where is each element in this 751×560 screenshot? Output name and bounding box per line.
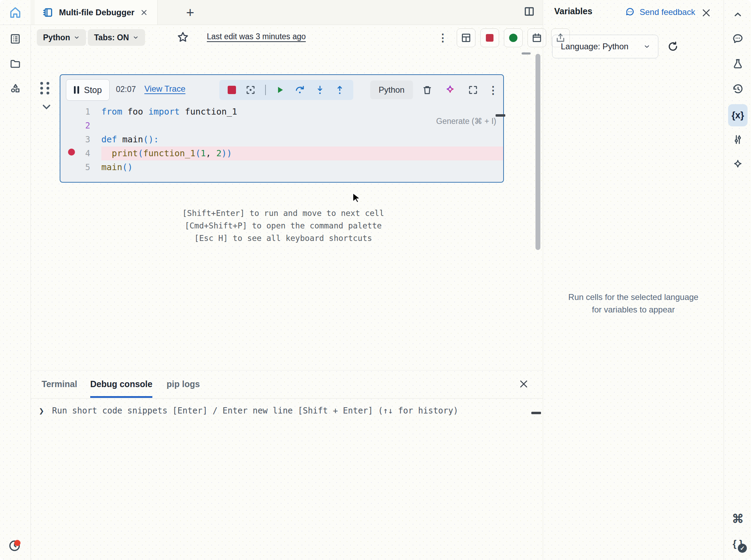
star-icon — [176, 31, 189, 44]
stop-debug-button[interactable]: Stop — [66, 79, 110, 101]
pause-icon — [74, 86, 79, 94]
chevron-up-icon — [733, 9, 743, 20]
code-line-3: 3 def main(): — [60, 133, 503, 147]
environment-button[interactable] — [728, 54, 748, 74]
green-status-icon — [509, 34, 517, 42]
focus-current-line-icon[interactable] — [245, 85, 256, 95]
step-out-icon[interactable] — [335, 85, 345, 95]
comments-button[interactable] — [728, 29, 748, 49]
list-icon — [9, 33, 21, 45]
tab-strip: Multi-file Debugger + — [31, 0, 543, 25]
folder-icon — [9, 58, 21, 70]
delete-cell-button[interactable] — [419, 81, 436, 99]
send-feedback-link[interactable]: Send feedback — [625, 7, 695, 17]
clock-icon — [8, 539, 21, 552]
flask-icon — [732, 58, 744, 70]
cell-menu-button[interactable]: ⋮ — [484, 81, 502, 99]
close-icon — [518, 379, 529, 389]
line-number: 5 — [60, 160, 101, 174]
prompt-chevron-icon: ❯ — [39, 406, 44, 416]
hint-line: [Shift+Enter] to run and move to next ce… — [31, 207, 536, 219]
code-line-5: 5 main() — [60, 160, 503, 174]
sparkle-gradient-icon — [445, 84, 456, 95]
home-button[interactable] — [6, 3, 25, 22]
history-clock-icon — [732, 83, 744, 95]
outline-marker — [522, 52, 531, 55]
chevron-down-icon — [643, 43, 650, 50]
layout-grid-icon — [461, 32, 472, 43]
command-palette-button[interactable]: ⌘ — [728, 509, 748, 528]
sliders-icon — [732, 134, 744, 145]
continue-icon[interactable] — [275, 85, 285, 95]
split-view-button[interactable] — [523, 6, 535, 17]
keyboard-hints: [Shift+Enter] to run and move to next ce… — [31, 207, 536, 244]
ai-panel-button[interactable] — [728, 155, 748, 174]
files-button[interactable] — [6, 54, 25, 74]
vertical-scrollbar[interactable] — [535, 54, 540, 250]
step-into-icon[interactable] — [315, 85, 325, 95]
refresh-icon — [667, 40, 679, 53]
sparkle-icon — [732, 159, 744, 170]
activity-button[interactable] — [5, 536, 24, 555]
language-selector[interactable]: Language: Python — [552, 35, 658, 58]
cell-collapse-chevron-icon[interactable] — [40, 103, 53, 111]
feedback-bubble-icon — [625, 7, 635, 17]
code-line-1: 1 from foo import function_1 — [60, 105, 503, 119]
panel-close-button[interactable] — [701, 8, 711, 18]
cell-drag-handle[interactable] — [40, 82, 54, 97]
toolbar-kebab-button[interactable]: ⋮ — [435, 29, 450, 46]
console-close-button[interactable] — [518, 379, 529, 389]
variables-panel: Variables Send feedback Language: Python… — [543, 0, 724, 560]
view-trace-link[interactable]: View Trace — [144, 84, 185, 94]
hint-line: [Cmd+Shift+P] to open the command palett… — [31, 219, 536, 232]
last-edit-link[interactable]: Last edit was 3 minutes ago — [207, 32, 306, 41]
kernel-label: Python — [43, 33, 70, 42]
chevron-down-icon — [74, 34, 80, 41]
calendar-icon — [531, 32, 542, 43]
tab-multi-file-debugger[interactable]: Multi-file Debugger — [35, 0, 158, 25]
comment-bubble-icon — [732, 33, 744, 45]
layout-button[interactable] — [457, 28, 475, 47]
execution-timer: 02:07 — [116, 85, 136, 94]
history-button[interactable] — [728, 79, 748, 99]
tab-debug-console[interactable]: Debug console — [90, 370, 152, 398]
code-cell: Stop 02:07 View Trace Python — [60, 74, 504, 183]
ai-assist-button[interactable] — [441, 81, 459, 99]
collapse-panel-button[interactable] — [728, 5, 748, 24]
settings-sliders-button[interactable] — [728, 130, 748, 149]
cell-scroll-marker — [496, 114, 505, 117]
console-scroll-marker — [531, 412, 541, 414]
variables-tab-button-active[interactable]: {x} — [728, 104, 748, 126]
refresh-variables-button[interactable] — [667, 40, 679, 53]
debug-console-input[interactable]: ❯ Run short code snippets [Enter] / Ente… — [31, 398, 543, 426]
step-over-icon[interactable] — [294, 84, 305, 95]
stop-debug-icon[interactable] — [228, 86, 236, 94]
code-editor[interactable]: 1 from foo import function_1 2 3 def mai… — [60, 105, 503, 174]
new-tab-button[interactable]: + — [183, 5, 198, 20]
trash-icon — [422, 84, 433, 95]
cell-language-label: Python — [379, 85, 405, 95]
prompt-placeholder: Run short code snippets [Enter] / Enter … — [52, 406, 458, 416]
fullscreen-button[interactable] — [464, 81, 482, 99]
stop-machine-button[interactable] — [480, 28, 499, 47]
tab-pip-logs[interactable]: pip logs — [167, 370, 200, 398]
line-number-active: 2 — [60, 119, 101, 133]
tab-close-icon[interactable] — [140, 8, 148, 17]
console-tab-bar: Terminal Debug console pip logs — [31, 370, 543, 399]
tab-terminal[interactable]: Terminal — [42, 370, 77, 398]
blocks-button[interactable] — [6, 78, 25, 98]
favorite-button[interactable] — [176, 31, 189, 44]
right-sidebar: {x} ⌘ { } ✓ — [724, 0, 751, 560]
code-check-button[interactable]: { } ✓ — [728, 534, 748, 553]
panel-title: Variables — [554, 6, 592, 16]
tabs-toggle[interactable]: Tabs: ON — [88, 29, 145, 46]
app-window: Multi-file Debugger + Python Tabs: ON La… — [0, 0, 751, 560]
tab-title: Multi-file Debugger — [59, 8, 134, 17]
chevron-down-icon — [133, 34, 139, 41]
kernel-selector[interactable]: Python — [37, 29, 86, 46]
cell-language-badge[interactable]: Python — [370, 81, 413, 99]
machine-status-button[interactable] — [504, 28, 523, 47]
stop-label: Stop — [84, 85, 102, 95]
notebook-list-button[interactable] — [6, 29, 25, 49]
breakpoint-dot[interactable] — [68, 149, 75, 156]
